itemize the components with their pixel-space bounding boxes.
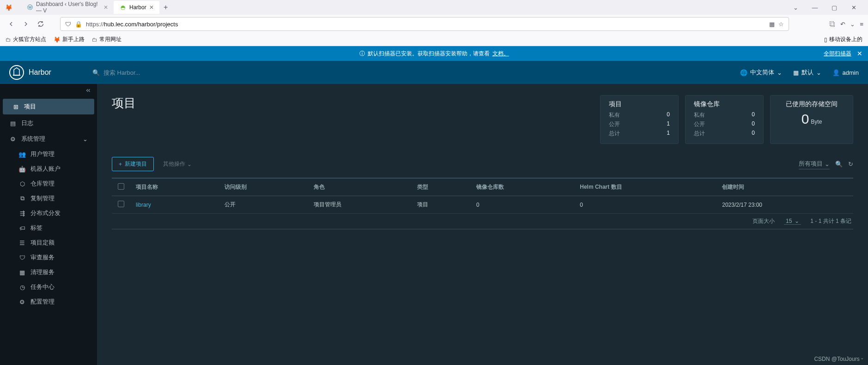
- sidebar-item-10[interactable]: 🛡审查服务: [0, 250, 97, 265]
- language-selector[interactable]: 🌐 中文简体 ⌄: [740, 68, 782, 77]
- chevron-down-icon: ⌄: [83, 136, 88, 143]
- shield-icon: 🛡: [65, 21, 71, 28]
- sidebar-item-label: 配置管理: [30, 298, 55, 306]
- page-size-label: 页面大小: [753, 217, 775, 225]
- close-icon[interactable]: ✕: [149, 4, 154, 11]
- firefox-icon: 🦊: [54, 36, 61, 43]
- qr-icon[interactable]: ▦: [769, 21, 775, 28]
- search-input[interactable]: [103, 69, 240, 76]
- select-all-checkbox[interactable]: [118, 183, 124, 190]
- chevron-down-icon[interactable]: ⌄: [850, 21, 855, 28]
- close-icon[interactable]: ✕: [103, 4, 108, 11]
- sidebar-item-label: 复制管理: [30, 194, 55, 203]
- sidebar-item-6[interactable]: ⧉复制管理: [0, 191, 97, 206]
- harbor-logo[interactable]: Harbor: [9, 65, 83, 80]
- stat-label: 私有: [609, 111, 620, 119]
- sidebar-item-label: 审查服务: [30, 253, 55, 262]
- page-size-selector[interactable]: 15 ⌄: [784, 218, 801, 225]
- user-menu[interactable]: 👤 admin: [832, 69, 859, 76]
- chevron-down-icon: ⌄: [816, 69, 821, 76]
- calendar-icon: ▦: [793, 69, 799, 76]
- menu-icon[interactable]: ≡: [860, 21, 863, 28]
- nav-reload-button[interactable]: [34, 18, 47, 30]
- sidebar-item-12[interactable]: ◷任务中心: [0, 280, 97, 294]
- stat-card-storage: 已使用的存储空间 0Byte: [770, 95, 853, 144]
- row-checkbox[interactable]: [118, 201, 124, 207]
- sliders-icon: ☰: [18, 239, 26, 246]
- sidebar-item-1[interactable]: ▤日志: [0, 115, 97, 131]
- cell-created: 2023/2/17 23:00: [716, 196, 853, 214]
- shield-icon: 🛡: [18, 254, 26, 261]
- sidebar-item-0[interactable]: ⊞项目: [3, 99, 94, 114]
- new-project-button[interactable]: + 新建项目: [112, 157, 154, 171]
- screenshot-icon[interactable]: ⿻: [830, 21, 836, 28]
- info-icon: ⓘ: [359, 50, 365, 58]
- sidebar-item-label: 任务中心: [30, 283, 55, 291]
- sidebar-item-7[interactable]: ⇶分布式分发: [0, 206, 97, 221]
- sidebar-item-8[interactable]: 🏷标签: [0, 221, 97, 235]
- tab-add-button[interactable]: +: [159, 3, 172, 12]
- search-icon[interactable]: 🔍: [835, 161, 843, 168]
- project-name-link[interactable]: library: [130, 196, 219, 214]
- refresh-icon[interactable]: ↻: [848, 161, 853, 168]
- share-icon: ⇶: [18, 210, 26, 217]
- project-filter-dropdown[interactable]: 所有项目 ⌄: [799, 159, 830, 169]
- sidebar-item-13[interactable]: ⚙配置管理: [0, 294, 97, 309]
- mobile-bookmarks[interactable]: ▯移动设备上的: [824, 36, 862, 43]
- cell-type: 项目: [412, 196, 471, 214]
- maximize-icon[interactable]: ▢: [826, 1, 842, 14]
- url-input[interactable]: 🛡 🔒 https://hub.lec.com/harbor/projects …: [60, 17, 789, 31]
- stat-label: 总计: [694, 130, 705, 138]
- browser-tab-harbor[interactable]: ◓ Harbor ✕: [114, 1, 159, 14]
- col-header[interactable]: 角色: [308, 178, 412, 196]
- firefox-icon: 🦊: [5, 4, 12, 11]
- page-title: 项目: [112, 95, 136, 111]
- bookmark-folder[interactable]: 🗀常用网址: [92, 36, 121, 43]
- search-icon: 🔍: [92, 69, 100, 76]
- banner-docs-link[interactable]: 文档。: [492, 50, 509, 58]
- sidebar-item-3[interactable]: 👥用户管理: [0, 147, 97, 162]
- col-header[interactable]: 项目名称: [130, 178, 219, 196]
- cell-access: 公开: [219, 196, 308, 214]
- sidebar-item-label: 标签: [30, 224, 42, 232]
- sidebar-item-label: 清理服务: [30, 268, 55, 276]
- sidebar-item-9[interactable]: ☰项目定额: [0, 235, 97, 250]
- sidebar-item-4[interactable]: 🤖机器人账户: [0, 162, 97, 176]
- col-header[interactable]: 访问级别: [219, 178, 308, 196]
- banner-all-scanners-link[interactable]: 全部扫描器: [824, 50, 851, 58]
- trash-icon: ▦: [18, 269, 26, 276]
- chevron-down-icon[interactable]: ⌄: [788, 1, 803, 14]
- col-header[interactable]: 类型: [412, 178, 471, 196]
- other-ops-dropdown[interactable]: 其他操作 ⌄: [163, 160, 192, 168]
- sidebar-collapse-button[interactable]: [0, 84, 97, 97]
- bookmark-star-icon[interactable]: ☆: [778, 21, 784, 28]
- lock-icon: 🔒: [75, 21, 82, 28]
- close-window-icon[interactable]: ✕: [846, 1, 862, 14]
- folder-icon: 🗀: [6, 36, 11, 43]
- nav-forward-button[interactable]: [19, 18, 32, 30]
- sidebar-item-11[interactable]: ▦清理服务: [0, 265, 97, 280]
- nav-back-button[interactable]: [5, 18, 18, 30]
- sidebar-item-2[interactable]: ⚙系统管理⌄: [0, 131, 97, 147]
- gear-icon: ⚙: [9, 136, 17, 143]
- undo-icon[interactable]: ↶: [840, 21, 845, 28]
- col-header[interactable]: 创建时间: [716, 178, 853, 196]
- chevron-down-icon: ⌄: [187, 161, 192, 168]
- stat-card-projects: 项目 私有0公开1总计1: [600, 95, 679, 144]
- bookmark-folder[interactable]: 🗀火狐官方站点: [6, 36, 46, 43]
- theme-selector[interactable]: ▦ 默认 ⌄: [793, 68, 821, 77]
- col-header[interactable]: 镜像仓库数: [471, 178, 574, 196]
- tag-icon: 🏷: [18, 225, 26, 232]
- info-banner: ⓘ 默认扫描器已安装。获取扫描器安装帮助，请查看 文档。 全部扫描器 ✕: [0, 46, 868, 61]
- sidebar-item-label: 分布式分发: [30, 209, 61, 217]
- folder-icon: 🗀: [92, 36, 97, 43]
- sidebar-item-5[interactable]: ⬡仓库管理: [0, 176, 97, 191]
- banner-close-icon[interactable]: ✕: [857, 50, 862, 57]
- harbor-favicon-icon: ◓: [119, 4, 127, 11]
- bookmark-item[interactable]: 🦊新手上路: [54, 36, 85, 43]
- copy-icon: ⧉: [18, 195, 26, 202]
- harbor-logo-icon: [9, 65, 24, 80]
- browser-tab-wordpress[interactable]: ⓦ Dashboard ‹ User's Blog! — V ✕: [21, 1, 114, 14]
- col-header[interactable]: Helm Chart 数目: [574, 178, 716, 196]
- minimize-icon[interactable]: —: [807, 1, 823, 14]
